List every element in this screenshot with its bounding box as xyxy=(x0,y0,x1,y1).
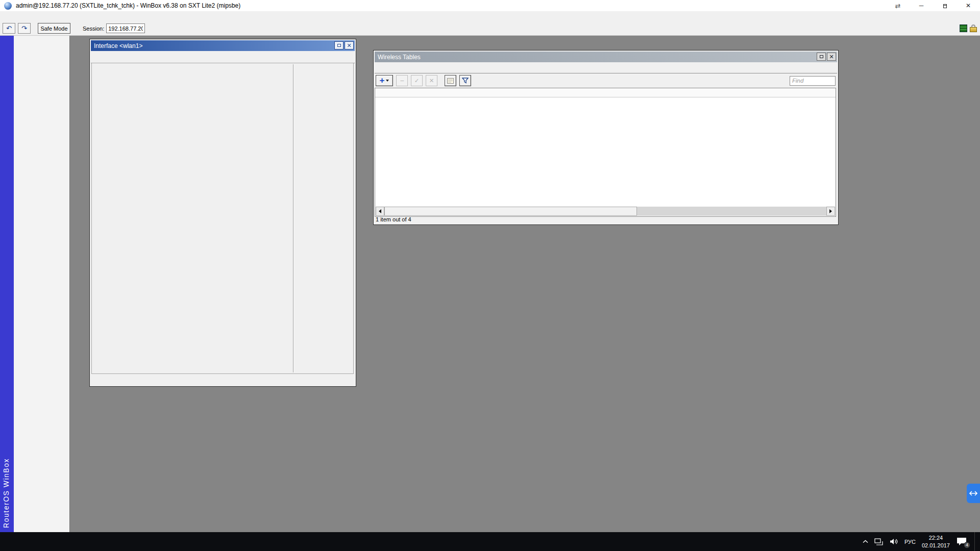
table-header xyxy=(375,88,836,97)
teamviewer-quickconnect-icon[interactable]: ⇄ xyxy=(886,0,910,11)
cpu-indicator-icon xyxy=(960,24,967,32)
wt-maximize-button[interactable] xyxy=(817,53,826,61)
clock-time: 22:24 xyxy=(922,534,950,542)
wireless-tables-tabs xyxy=(375,62,837,73)
notification-icon[interactable]: 4 xyxy=(956,537,968,547)
teamviewer-panel-tab[interactable] xyxy=(967,484,980,503)
scroll-right-icon[interactable] xyxy=(826,207,835,216)
safe-mode-button[interactable]: Safe Mode xyxy=(38,23,70,34)
show-desktop-button[interactable] xyxy=(974,532,977,551)
window-title: admin@192.168.77.20 (SXTLite_tchk_tchk) … xyxy=(16,2,240,9)
brand-text: RouterOS WinBox xyxy=(2,458,10,528)
enable-icon[interactable]: ✓ xyxy=(411,75,423,86)
interface-dialog-content xyxy=(91,63,354,374)
wireless-tables-toolbar: + − ✓ ✕ xyxy=(375,73,837,88)
scroll-left-icon[interactable] xyxy=(376,207,384,216)
network-icon[interactable] xyxy=(874,538,884,545)
notification-badge: 4 xyxy=(964,542,970,548)
remove-icon[interactable]: − xyxy=(396,75,408,86)
close-button[interactable]: ✕ xyxy=(957,0,980,11)
winbox-app-icon xyxy=(4,2,12,10)
comment-icon[interactable] xyxy=(445,75,456,86)
maximize-button[interactable] xyxy=(933,0,957,11)
wt-status-text: 1 item out of 4 xyxy=(376,216,411,222)
interface-dialog: Interface <wlan1> ✕ xyxy=(89,39,356,387)
lock-icon xyxy=(970,24,977,32)
horizontal-scrollbar xyxy=(376,207,835,216)
wireless-tables-titlebar[interactable]: Wireless Tables ✕ xyxy=(375,52,837,62)
interface-dialog-title: Interface <wlan1> xyxy=(94,42,142,49)
main-titlebar: admin@192.168.77.20 (SXTLite_tchk_tchk) … xyxy=(0,0,980,11)
interfaces-table xyxy=(375,88,836,217)
wireless-tables-title: Wireless Tables xyxy=(378,54,421,61)
form-buttons-divider xyxy=(293,64,294,372)
hidden-icons-chevron-icon[interactable] xyxy=(863,540,868,543)
scrollbar-thumb[interactable] xyxy=(384,207,637,216)
wt-close-button[interactable]: ✕ xyxy=(827,53,836,61)
session-input[interactable] xyxy=(106,23,145,33)
volume-icon[interactable] xyxy=(890,538,898,545)
taskbar: РУС 22:24 02.01.2017 4 xyxy=(0,532,980,551)
interface-dialog-tabs xyxy=(91,52,355,63)
main-toolbar: ↶ ↷ Safe Mode Session: xyxy=(0,21,980,36)
dialog-close-button[interactable]: ✕ xyxy=(345,41,354,49)
clock[interactable]: 22:24 02.01.2017 xyxy=(922,534,950,549)
brand-bar: RouterOS WinBox xyxy=(0,36,14,532)
redo-icon[interactable]: ↷ xyxy=(18,23,31,34)
disable-icon[interactable]: ✕ xyxy=(426,75,437,86)
add-icon[interactable]: + xyxy=(376,75,393,86)
find-input[interactable] xyxy=(790,76,836,86)
clock-date: 02.01.2017 xyxy=(922,542,950,549)
dialog-maximize-button[interactable] xyxy=(334,41,344,49)
session-label: Session: xyxy=(83,26,104,32)
language-indicator[interactable]: РУС xyxy=(904,539,916,545)
menubar xyxy=(0,11,980,21)
sidebar xyxy=(14,36,70,532)
undo-icon[interactable]: ↶ xyxy=(3,23,15,34)
interface-dialog-titlebar[interactable]: Interface <wlan1> ✕ xyxy=(91,40,355,51)
minimize-button[interactable]: ─ xyxy=(910,0,933,11)
interface-status-bar xyxy=(91,375,354,385)
wireless-tables-window: Wireless Tables ✕ + − ✓ ✕ 1 item out of … xyxy=(373,50,839,225)
filter-icon[interactable] xyxy=(459,75,471,86)
system-tray: РУС 22:24 02.01.2017 4 xyxy=(863,532,980,551)
